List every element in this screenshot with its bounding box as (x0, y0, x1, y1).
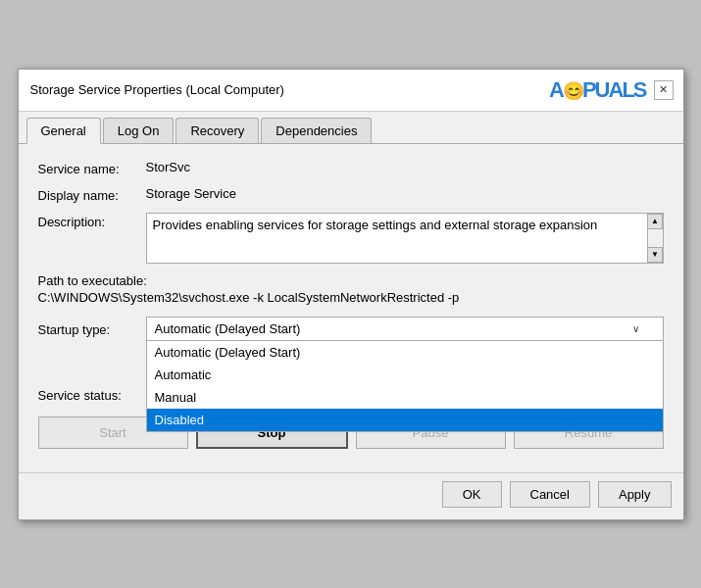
cancel-button[interactable]: Cancel (510, 481, 590, 508)
tab-general[interactable]: General (26, 118, 101, 144)
path-label: Path to executable: (38, 273, 664, 288)
startup-type-dropdown[interactable]: Automatic (Delayed Start) ∨ Automatic (D… (146, 317, 664, 341)
tab-logon[interactable]: Log On (103, 118, 175, 143)
service-name-value: StorSvc (146, 160, 191, 174)
service-name-label: Service name: (38, 160, 146, 176)
dropdown-item-2[interactable]: Manual (147, 386, 663, 409)
appuals-logo: A😊PUALS (549, 77, 645, 103)
path-section: Path to executable: C:\WINDOWS\System32\… (38, 273, 664, 305)
title-logo: Storage Service Properties (Local Comput… (30, 82, 284, 97)
tab-content: Service name: StorSvc Display name: Stor… (19, 144, 683, 472)
dropdown-item-0[interactable]: Automatic (Delayed Start) (147, 341, 663, 364)
service-name-row: Service name: StorSvc (38, 160, 664, 176)
description-box: Provides enabling services for storage s… (146, 213, 664, 264)
service-status-label: Service status: (38, 386, 146, 403)
dropdown-arrow-icon: ∨ (632, 323, 639, 334)
scroll-down-arrow[interactable]: ▼ (647, 247, 663, 263)
description-label: Description: (38, 213, 146, 229)
tab-recovery[interactable]: Recovery (175, 118, 259, 143)
properties-window: Storage Service Properties (Local Comput… (18, 69, 684, 520)
dropdown-selected-text: Automatic (Delayed Start) (155, 321, 301, 336)
tabs-bar: General Log On Recovery Dependencies (19, 112, 683, 144)
title-bar: Storage Service Properties (Local Comput… (19, 70, 683, 112)
tab-dependencies[interactable]: Dependencies (261, 118, 372, 143)
description-row: Description: Provides enabling services … (38, 213, 664, 264)
window-title: Storage Service Properties (Local Comput… (30, 82, 284, 97)
dropdown-selected[interactable]: Automatic (Delayed Start) ∨ (146, 317, 664, 341)
bottom-buttons: OK Cancel Apply (19, 472, 683, 519)
path-value: C:\WINDOWS\System32\svchost.exe -k Local… (38, 290, 664, 305)
apply-button[interactable]: Apply (598, 481, 672, 508)
close-button[interactable]: ✕ (654, 80, 674, 100)
startup-type-label: Startup type: (38, 320, 146, 337)
description-text: Provides enabling services for storage s… (153, 218, 657, 232)
ok-button[interactable]: OK (442, 481, 502, 508)
startup-type-row: Startup type: Automatic (Delayed Start) … (38, 317, 664, 341)
dropdown-item-3[interactable]: Disabled (147, 409, 663, 431)
display-name-value: Storage Service (146, 186, 237, 201)
display-name-row: Display name: Storage Service (38, 186, 664, 203)
dropdown-item-1[interactable]: Automatic (147, 364, 663, 386)
scroll-up-arrow[interactable]: ▲ (647, 214, 663, 229)
description-scrollbar[interactable]: ▲ ▼ (647, 214, 663, 263)
dropdown-list: Automatic (Delayed Start) Automatic Manu… (146, 341, 664, 432)
display-name-label: Display name: (38, 186, 146, 203)
